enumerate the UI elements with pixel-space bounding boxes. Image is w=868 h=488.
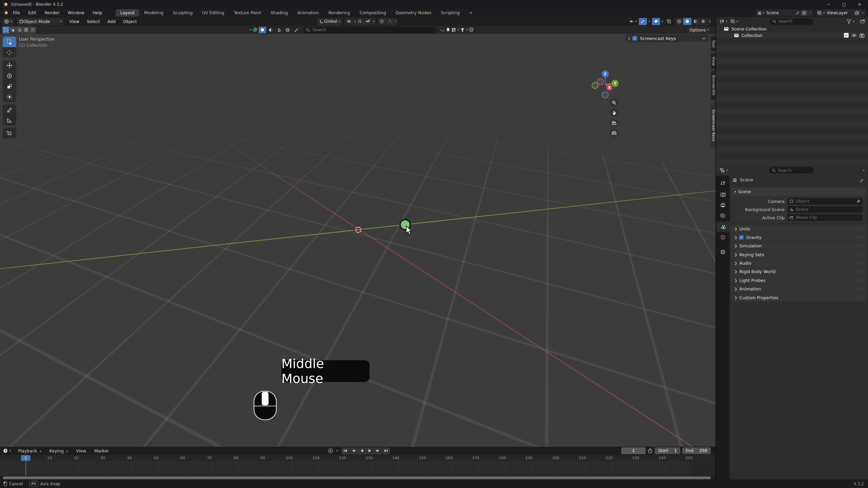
collapsed-panel-header[interactable]: ❯ ✓ Rigid Body World ::::: [731,268,867,276]
select-mode-new[interactable] [2,26,9,34]
tab-object[interactable] [716,247,730,256]
panel-grip-icon[interactable]: ::::: [857,190,863,193]
play-reverse-button[interactable] [358,447,366,454]
collapse-arrow-icon[interactable]: ❯ [628,37,630,40]
panel-grip-icon[interactable]: ::::: [857,244,863,247]
editor-type-dropdown[interactable]: ▾ [2,18,14,25]
tool-select-box[interactable] [3,37,16,47]
tab-tool[interactable] [716,179,730,188]
blenderkit-filter-icon[interactable]: ▾ [460,28,468,32]
new-scene-button[interactable] [801,10,807,16]
viewlayer-selector[interactable]: ▾ ViewLayer ✕ [816,9,866,16]
sidebar-tab-view[interactable]: View [711,53,715,69]
menu-item[interactable]: File [9,9,24,17]
scene-selector[interactable]: ▾ Scene ✕ [755,9,813,16]
blenderkit-collapse-chevron[interactable]: ▾ [250,28,251,32]
workspace-tab[interactable]: Animation [293,9,323,17]
panel-grip-icon[interactable]: ::::: [857,270,863,273]
workspace-tab[interactable]: Modeling [140,9,168,17]
start-frame-field[interactable]: Start 1 [655,447,680,454]
auto-keying-button[interactable] [328,448,334,454]
jump-to-start-button[interactable] [341,447,350,454]
camera-field[interactable]: Object [787,198,863,205]
blenderkit-hdr-tab[interactable] [284,26,292,34]
properties-search-input[interactable]: Search [769,167,814,174]
outliner-filter-dropdown[interactable]: ▾ [847,19,854,24]
snap-target-icon[interactable] [345,18,353,25]
tool-scale[interactable] [3,81,16,92]
eyedropper-icon[interactable] [856,199,861,203]
workspace-tab[interactable]: UV Editing [198,9,229,17]
pin-icon[interactable] [859,178,864,183]
viewport-menu-item[interactable]: View [66,19,83,24]
snap-with-icon[interactable] [364,18,372,25]
panel-grip-icon[interactable]: ::::: [857,279,863,282]
select-mode-intersect[interactable] [29,26,36,34]
collapsed-panel-header[interactable]: ❯ ✓ Audio ::::: [731,259,867,267]
menu-item[interactable]: Window [64,9,88,17]
shading-wireframe-icon[interactable] [675,18,683,25]
collapsed-panel-header[interactable]: ❯ ✓ Gravity ::::: [731,233,867,241]
new-viewlayer-button[interactable] [854,10,860,16]
tab-world[interactable] [716,233,730,242]
mode-dropdown[interactable]: Object Mode ▾ [17,18,64,25]
gizmo-y-negative[interactable] [592,82,598,88]
blenderkit-free-icon[interactable] [440,27,445,33]
proportional-edit-icon[interactable] [378,18,386,25]
panel-checkbox[interactable]: ✓ [739,235,744,240]
new-collection-button[interactable] [860,19,865,24]
tab-scene[interactable] [716,222,730,232]
timeline-menu-keying[interactable]: Keying ▾ [46,448,72,453]
tool-transform[interactable] [3,92,16,102]
blenderkit-scenes-tab[interactable] [276,26,283,34]
transform-orientation-dropdown[interactable]: Global ▾ [317,18,342,25]
eye-icon[interactable] [851,33,857,38]
outliner-row-scene-collection[interactable]: Scene Collection [724,26,767,32]
overlays-toggle[interactable]: ▾ [652,18,663,25]
sidebar-tab-screencast-keys[interactable]: Screencast Keys [711,103,715,148]
workspace-tab[interactable]: Sculpting [169,9,197,17]
tool-measure[interactable] [3,115,16,125]
camera-icon[interactable] [859,33,865,38]
panel-grip-icon[interactable]: ::::: [857,236,863,239]
workspace-tab[interactable]: Compositing [355,9,390,17]
properties-editor-type[interactable]: ▾ [719,168,728,173]
sidebar-tab-blenderkit[interactable]: BlenderKit [711,71,715,100]
blenderkit-verified-icon[interactable] [469,27,474,32]
menu-item[interactable]: Edit [24,9,40,17]
blenderkit-materials-tab[interactable] [267,26,275,34]
workspace-tab[interactable]: Scripting [436,9,464,17]
tab-render[interactable] [716,190,730,199]
snap-magnet-icon[interactable] [356,18,364,25]
prev-keyframe-button[interactable] [350,447,358,454]
timeline-editor-type[interactable]: ▾ [3,448,11,453]
timeline-scrollbar[interactable] [3,476,711,479]
minimize-button[interactable]: ─ [825,1,831,7]
collapsed-panel-header[interactable]: ❯ ✓ Animation ::::: [731,285,867,293]
tool-cursor[interactable] [3,47,16,58]
blenderkit-models-tab[interactable] [259,27,266,33]
gizmo-x-negative[interactable] [597,79,604,85]
zoom-view-button[interactable] [610,99,618,107]
show-object-types[interactable]: ▾ [629,19,637,24]
workspace-tab[interactable]: Shading [266,9,292,17]
pin-icon[interactable] [795,11,800,15]
current-frame-field[interactable]: 1 [621,447,646,454]
workspace-tab[interactable]: Rendering [324,9,355,17]
scene-panel-header[interactable]: ▾Scene ::::: [731,187,867,196]
gizmos-toggle[interactable]: ▾ [639,18,650,25]
screencast-keys-panel[interactable]: ❯ ✓ Screencast Keys ▬ [626,35,709,42]
workspace-tab[interactable]: Texture Paint [229,9,265,17]
ortho-view-button[interactable] [610,129,618,137]
panel-grip-icon[interactable]: ::::: [857,296,863,299]
viewport-menu-item[interactable]: Object [119,19,141,24]
workspace-tab[interactable]: Geometry Nodes [391,9,436,17]
collapsed-panel-header[interactable]: ❯ ✓ Simulation ::::: [731,242,867,250]
camera-view-button[interactable] [610,119,618,127]
menu-item[interactable]: Render [40,9,64,17]
timeline-menu-view[interactable]: View [72,448,90,453]
timeline-menu-marker[interactable]: Marker [91,448,113,453]
navigation-gizmo[interactable]: Z Y X [589,66,626,103]
viewport-menu-item[interactable]: Select [83,19,104,24]
blenderkit-brushes-tab[interactable] [293,26,300,34]
